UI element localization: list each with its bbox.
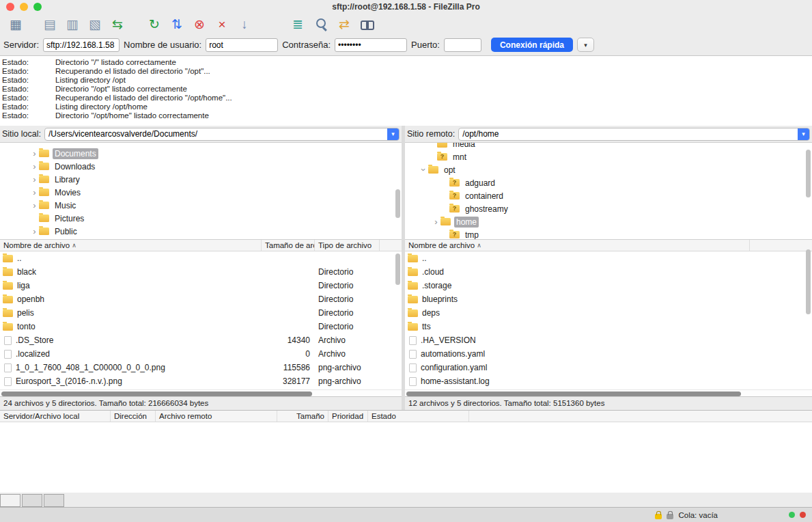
horizontal-scrollbar[interactable] [405, 389, 812, 396]
file-type-icon [408, 255, 418, 262]
file-row[interactable]: .cloud [405, 265, 812, 279]
vertical-scrollbar-thumb[interactable] [806, 249, 811, 314]
queue-column-header[interactable]: Servidor/Archivo local [0, 411, 111, 422]
process-queue-icon[interactable]: ⇅ [168, 15, 186, 33]
tree-item[interactable]: Pictures [0, 212, 402, 225]
disclosure-chevron-icon[interactable] [30, 199, 39, 212]
file-row[interactable]: .storage [405, 279, 812, 292]
queue-tab[interactable] [0, 494, 20, 507]
file-row[interactable]: pelis Directorio [0, 306, 402, 320]
remote-path-combo[interactable]: ▾ [458, 128, 810, 141]
tree-item[interactable]: opt [405, 163, 812, 176]
file-row[interactable]: .localized 0 Archivo [0, 347, 402, 361]
column-header[interactable]: Nombre de archivo ∧ [405, 240, 750, 251]
tree-item[interactable]: Library [0, 173, 402, 186]
disclosure-chevron-icon[interactable] [30, 147, 39, 160]
vertical-scrollbar-thumb[interactable] [395, 253, 400, 285]
tree-item[interactable]: Music [0, 199, 402, 212]
zoom-button[interactable] [33, 3, 42, 11]
site-manager-icon[interactable]: ▦ [7, 15, 25, 33]
port-input[interactable] [444, 38, 481, 52]
sync-browsing-icon[interactable]: ⇄ [335, 15, 353, 33]
disclosure-chevron-icon[interactable] [30, 173, 39, 186]
local-path-input[interactable] [45, 129, 387, 139]
directory-comparison-icon[interactable]: ⇆ [109, 15, 126, 33]
horizontal-scrollbar-thumb[interactable] [1, 392, 312, 396]
queue-column-header[interactable]: Dirección [111, 411, 156, 422]
tree-item[interactable]: adguard [405, 176, 812, 189]
server-input[interactable] [43, 38, 120, 52]
column-header[interactable] [380, 240, 402, 251]
quickconnect-button[interactable]: Conexión rápida [491, 38, 573, 52]
tree-item[interactable]: media [405, 142, 812, 150]
tree-item[interactable]: mnt [405, 150, 812, 163]
tree-item[interactable]: Documents [0, 147, 402, 160]
queue-column-header[interactable]: Estado [368, 411, 469, 422]
tree-item[interactable]: tmp [405, 228, 812, 240]
filter-icon[interactable]: ≣ [289, 15, 307, 33]
file-row[interactable]: black Directorio [0, 265, 402, 279]
sync-browsing-toggle-icon[interactable]: ↓ [236, 15, 253, 33]
local-path-combo[interactable]: ▾ [44, 128, 400, 141]
username-input[interactable] [206, 38, 278, 52]
file-row[interactable]: .HA_VERSION [405, 333, 812, 347]
queue-column-header[interactable]: Archivo remoto [156, 411, 277, 422]
file-row[interactable]: .DS_Store 14340 Archivo [0, 333, 402, 347]
file-row[interactable]: deps [405, 306, 812, 320]
toggle-log-icon[interactable]: ▤ [41, 15, 59, 33]
file-row[interactable]: tts [405, 320, 812, 333]
lock-closed-icon[interactable] [655, 514, 662, 519]
tree-item[interactable]: Movies [0, 186, 402, 199]
queue-tab[interactable] [22, 494, 42, 507]
file-row[interactable]: .. [405, 251, 812, 265]
local-path-dropdown[interactable]: ▾ [387, 128, 399, 140]
toggle-local-tree-icon[interactable]: ▥ [64, 15, 81, 33]
remote-path-dropdown[interactable]: ▾ [798, 128, 809, 140]
cancel-icon[interactable]: ⊗ [191, 15, 208, 33]
tree-item[interactable]: Downloads [0, 160, 402, 173]
queue-tab[interactable] [44, 494, 64, 507]
refresh-icon[interactable]: ↻ [145, 15, 163, 33]
lock-open-icon[interactable] [667, 514, 673, 519]
queue-column-header[interactable]: Prioridad [328, 411, 368, 422]
column-header[interactable]: Nombre de archivo ∧ [0, 240, 262, 251]
column-header[interactable] [750, 240, 812, 251]
file-row[interactable]: tonto Directorio [0, 320, 402, 333]
file-row[interactable]: liga Directorio [0, 279, 402, 292]
disclosure-chevron-icon[interactable] [30, 160, 39, 173]
file-row[interactable]: blueprints [405, 292, 812, 306]
file-row[interactable]: configuration.yaml [405, 361, 812, 374]
tree-item[interactable]: ghostreamy [405, 202, 812, 215]
password-input[interactable] [335, 38, 407, 52]
disclosure-chevron-icon[interactable] [432, 215, 440, 228]
disclosure-chevron-icon[interactable] [30, 225, 39, 238]
delete-icon[interactable]: × [213, 15, 231, 33]
tree-item[interactable]: home [405, 215, 812, 228]
minimize-button[interactable] [20, 3, 28, 11]
find-files-icon[interactable] [359, 15, 376, 33]
file-row[interactable]: .. [0, 251, 402, 265]
horizontal-scrollbar-thumb[interactable] [406, 392, 741, 396]
tree-item[interactable]: containerd [405, 189, 812, 202]
search-icon[interactable] [312, 15, 330, 33]
file-row[interactable]: 1_0_1_7600_408_1_C00000_0_0_0.png 115586… [0, 361, 402, 374]
queue-column-header[interactable] [469, 411, 812, 422]
file-row[interactable]: home-assistant.log [405, 374, 812, 388]
column-header[interactable]: Tamaño de arc [262, 240, 315, 251]
vertical-scrollbar-thumb[interactable] [395, 189, 400, 218]
column-header[interactable]: Tipo de archivo [315, 240, 380, 251]
file-row[interactable]: openbh Directorio [0, 292, 402, 306]
file-type-icon [408, 282, 418, 290]
vertical-scrollbar-thumb[interactable] [806, 150, 811, 197]
quickconnect-dropdown[interactable]: ▾ [577, 38, 594, 52]
horizontal-scrollbar[interactable] [0, 389, 402, 396]
file-row[interactable]: automations.yaml [405, 347, 812, 361]
file-row[interactable]: Eurosport_3_(2016-.n.v.).png 328177 png-… [0, 374, 402, 388]
disclosure-chevron-icon[interactable] [419, 163, 428, 176]
disclosure-chevron-icon[interactable] [30, 186, 39, 199]
remote-path-input[interactable] [459, 129, 798, 139]
close-button[interactable] [6, 3, 14, 11]
queue-column-header[interactable]: Tamaño [277, 411, 328, 422]
toggle-remote-tree-icon[interactable]: ▧ [86, 15, 104, 33]
tree-item[interactable]: Public [0, 225, 402, 238]
